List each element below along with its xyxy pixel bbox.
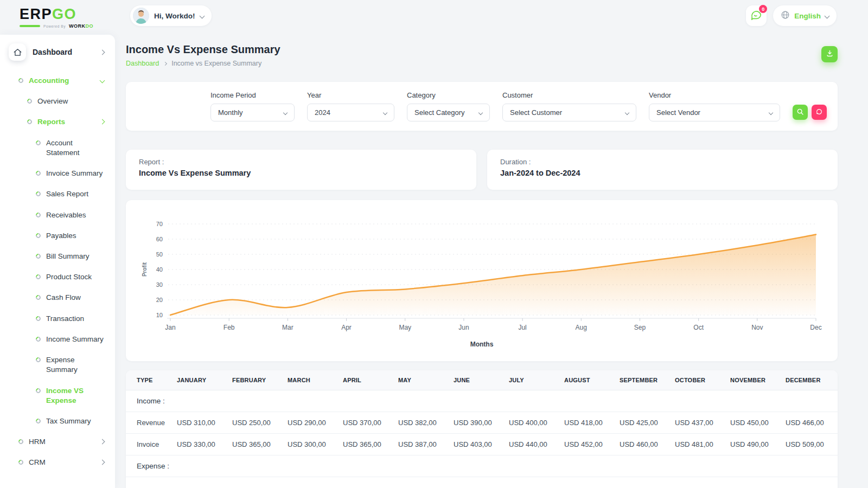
sidebar-item-label: CRM [29, 458, 46, 467]
language-selector[interactable]: English [773, 5, 837, 26]
table-cell: USD 509,00 [782, 434, 838, 455]
table-row: RevenueUSD 310,00USD 250,00USD 290,00USD… [126, 412, 838, 434]
home-icon [9, 43, 26, 61]
bullet-icon [35, 232, 42, 239]
chevron-down-icon [769, 110, 773, 114]
user-menu[interactable]: Hi, Workdo! [130, 5, 212, 26]
sidebar-item-payables[interactable]: Payables [0, 226, 115, 246]
sidebar-item-label: Dashboard [33, 48, 94, 56]
section-label: Income : [126, 390, 838, 412]
refresh-icon [815, 108, 823, 117]
table-cell: USD 418,00 [561, 412, 616, 434]
sidebar-item-hrm[interactable]: HRM [0, 432, 115, 452]
sidebar-item-expense-summary[interactable]: Expense Summary [0, 350, 115, 380]
sidebar-item-transaction[interactable]: Transaction [0, 309, 115, 329]
page-title: Income Vs Expense Summary [126, 43, 280, 56]
sidebar-item-label: Sales Report [46, 189, 88, 199]
category-select[interactable]: Select Category [407, 104, 490, 121]
globe-icon [781, 10, 790, 22]
download-icon [826, 49, 834, 59]
sidebar-item-income-vs-expense[interactable]: Income VS Expense [0, 381, 115, 411]
svg-text:Dec: Dec [810, 324, 821, 331]
workdo-text: WORKDO [69, 23, 93, 29]
bullet-icon [35, 387, 42, 394]
filter-income-period: Income Period Monthly [210, 91, 295, 121]
table-cell: USD 390,00 [450, 412, 506, 434]
table-cell: USD 387,00 [395, 434, 450, 455]
reset-button[interactable] [812, 105, 827, 120]
sidebar-item-tax-summary[interactable]: Tax Summary [0, 411, 115, 432]
sidebar-item-overview[interactable]: Overview [0, 91, 115, 112]
section-label: Expense : [126, 455, 838, 477]
svg-text:Jul: Jul [518, 324, 526, 331]
table-cell: USD 290,00 [284, 412, 340, 434]
vendor-select[interactable]: Select Vendor [649, 104, 780, 121]
download-button[interactable] [821, 46, 838, 62]
sidebar-item-bill-summary[interactable]: Bill Summary [0, 246, 115, 267]
sidebar-item-cash-flow[interactable]: Cash Flow [0, 287, 115, 308]
table-cell: Invoice [126, 434, 174, 455]
svg-text:60: 60 [156, 236, 163, 242]
svg-text:10: 10 [156, 312, 163, 318]
column-header: JANUARY [174, 370, 229, 390]
filter-category: Category Select Category [407, 91, 490, 121]
table-cell: USD 330,00 [174, 434, 229, 455]
breadcrumb-dashboard-link[interactable]: Dashboard [126, 60, 159, 67]
table-cell: USD 370,00 [340, 412, 395, 434]
income-expense-table: TYPEJANUARYFEBRUARYMARCHAPRILMAYJUNEJULY… [126, 370, 838, 477]
svg-text:20: 20 [156, 297, 163, 303]
sidebar-item-crm[interactable]: CRM [0, 452, 115, 473]
sidebar-item-reports[interactable]: Reports [0, 112, 115, 132]
chart-card: 70605040302010ProfitJanFebMarAprMayJunJu… [126, 200, 838, 361]
sidebar-item-label: HRM [29, 437, 46, 447]
chart-x-axis-title: Months [139, 341, 825, 348]
sidebar-item-label: Tax Summary [46, 416, 91, 426]
column-header: OCTOBER [672, 370, 727, 390]
chevron-down-icon [478, 110, 483, 114]
income-period-select[interactable]: Monthly [210, 104, 295, 121]
duration-label: Duration : [500, 158, 825, 166]
chevron-right-icon [100, 119, 105, 125]
chevron-down-icon [100, 78, 105, 84]
sidebar-item-income-summary[interactable]: Income Summary [0, 329, 115, 350]
report-value: Income Vs Expense Summary [139, 169, 463, 177]
column-header: SEPTEMBER [616, 370, 672, 390]
column-header: MAY [395, 370, 450, 390]
income-expense-chart-svg: 70605040302010ProfitJanFebMarAprMayJunJu… [139, 212, 825, 337]
svg-text:40: 40 [156, 266, 163, 273]
column-header: FEBRUARY [229, 370, 284, 390]
filter-label: Income Period [210, 91, 295, 99]
table-cell: USD 452,00 [561, 434, 616, 455]
bullet-icon [35, 336, 42, 343]
sidebar-item-product-stock[interactable]: Product Stock [0, 267, 115, 287]
powered-by-text: Powered By [43, 24, 66, 28]
messages-button[interactable]: 0 [746, 5, 767, 26]
table-section-row: Income : [126, 390, 838, 412]
sidebar-item-receivables[interactable]: Receivables [0, 205, 115, 226]
sidebar-item-account-statement[interactable]: Account Statement [0, 133, 115, 163]
table-cell: USD 365,00 [229, 434, 284, 455]
table-row: InvoiceUSD 330,00USD 365,00USD 300,00USD… [126, 434, 838, 455]
sidebar-item-label: Receivables [46, 210, 86, 220]
svg-text:Oct: Oct [693, 324, 704, 331]
svg-text:Profit: Profit [142, 262, 148, 277]
sidebar-item-invoice-summary[interactable]: Invoice Summary [0, 163, 115, 184]
table-cell: USD 300,00 [284, 434, 340, 455]
sidebar-item-dashboard[interactable]: Dashboard [0, 35, 115, 66]
search-icon [796, 108, 804, 117]
logo-text-go: GO [52, 6, 76, 22]
sidebar-item-sales-report[interactable]: Sales Report [0, 184, 115, 204]
sidebar-item-accounting[interactable]: Accounting [0, 70, 115, 91]
sidebar-item-label: Invoice Summary [46, 169, 103, 178]
search-button[interactable] [793, 105, 808, 120]
customer-select[interactable]: Select Customer [502, 104, 636, 121]
svg-text:Apr: Apr [341, 324, 352, 331]
year-select[interactable]: 2024 [307, 104, 394, 121]
bullet-icon [26, 119, 33, 126]
bullet-icon [35, 190, 42, 197]
filter-label: Category [407, 91, 490, 99]
bullet-icon [35, 253, 42, 260]
duration-card: Duration : Jan-2024 to Dec-2024 [487, 150, 838, 190]
svg-text:Sep: Sep [634, 324, 646, 331]
chevron-down-icon [625, 110, 629, 114]
